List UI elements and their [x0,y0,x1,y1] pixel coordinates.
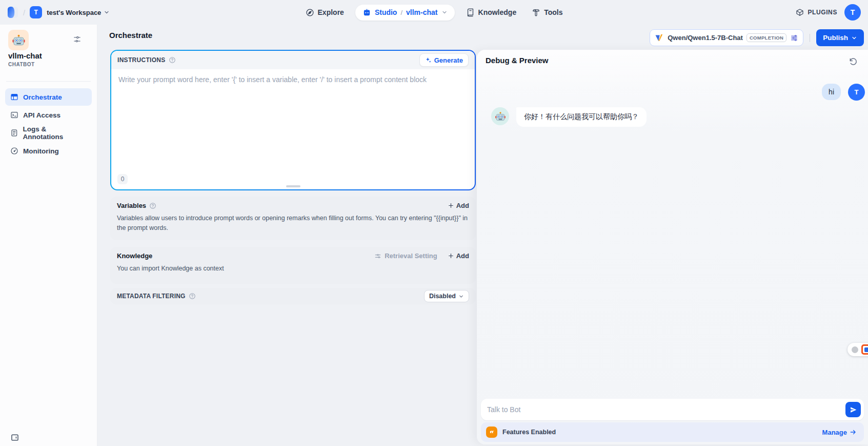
retrieval-setting-button[interactable]: Retrieval Setting [374,252,437,260]
restart-icon [849,57,858,66]
debug-preview-panel: Debug & Preview hi T [477,50,868,444]
instructions-title: INSTRUCTIONS [117,56,166,64]
send-icon [850,406,857,414]
app-root: / T test's Workspace Explore Studio / vl… [0,0,868,446]
chevron-down-icon [104,9,110,15]
chat-message-bot: 你好！有什么问题我可以帮助你吗？ [491,107,647,127]
header-divider [810,34,810,42]
workspace-switcher[interactable]: test's Workspace [47,9,110,16]
vllm-logo-icon [655,33,664,43]
sparkle-icon [425,57,432,64]
knowledge-description: You can import Knowledge as context [110,262,476,276]
collapse-sidebar-button[interactable] [10,433,19,442]
instructions-body: 0 [111,69,475,189]
nav-studio-app: vllm-chat [406,8,437,16]
top-bar: / T test's Workspace Explore Studio / vl… [0,0,868,25]
generate-button[interactable]: Generate [419,53,469,67]
widget-dot-icon [852,346,858,353]
studio-breadcrumb-separator: / [400,9,402,16]
add-knowledge-button[interactable]: Add [448,252,469,260]
app-settings-button[interactable] [73,35,82,44]
send-button[interactable] [845,402,861,417]
page-title: Orchestrate [109,31,152,40]
arrow-right-icon [850,429,857,436]
retrieval-sliders-icon [374,253,381,260]
header-actions: Qwen/Qwen1.5-7B-Chat COMPLETION Publish [650,29,864,46]
robot-emoji-icon [495,111,506,122]
restart-conversation-button[interactable] [849,57,858,66]
sidebar-item-label: Monitoring [23,147,59,155]
metadata-filtering-select[interactable]: Disabled [424,290,469,302]
sliders-icon [73,35,82,44]
nav-tools[interactable]: Tools [528,5,567,20]
sidebar-item-label: API Access [23,111,60,119]
sidebar-item-api-access[interactable]: API Access [5,106,92,124]
model-mode-badge: COMPLETION [746,33,786,42]
nav-explore[interactable]: Explore [301,5,348,20]
sidebar: vllm-chat CHATBOT Orchestrate API Access… [0,25,97,446]
user-message-bubble: hi [822,84,841,100]
robot-icon [362,8,371,17]
prompt-editor[interactable] [111,69,475,157]
app-name: vllm-chat [8,51,42,60]
help-icon [169,56,176,64]
sidebar-item-label: Logs & Annotations [23,125,87,141]
chat-input-container [481,399,864,420]
help-icon [189,293,196,300]
variables-header: Variables Add [110,197,476,211]
instructions-panel: INSTRUCTIONS Generate 0 [110,50,476,190]
sidebar-item-logs-annotations[interactable]: Logs & Annotations [5,124,92,142]
widget-logo-icon [861,344,868,355]
knowledge-panel: Knowledge Retrieval Setting Add You can … [110,247,476,284]
publish-button[interactable]: Publish [816,29,864,46]
plus-icon [448,202,454,209]
metadata-filtering-title: METADATA FILTERING [117,293,186,300]
model-tune-icon [790,34,798,42]
user-avatar[interactable]: T [844,4,861,21]
manage-features-link[interactable]: Manage [822,429,857,436]
features-icon [486,426,497,438]
instructions-header: INSTRUCTIONS Generate [111,51,475,69]
breadcrumb-separator: / [23,8,25,17]
collapse-sidebar-icon [10,433,19,442]
robot-emoji-icon [12,33,26,47]
book-icon [466,8,475,17]
debug-preview-title: Debug & Preview [486,56,549,65]
plus-icon [448,253,454,259]
sidebar-item-monitoring[interactable]: Monitoring [5,142,92,160]
bot-message-bubble: 你好！有什么问题我可以帮助你吗？ [516,107,647,127]
variables-panel: Variables Add Variables allow users to i… [110,197,476,240]
nav-knowledge[interactable]: Knowledge [462,5,521,20]
knowledge-header: Knowledge Retrieval Setting Add [110,247,476,262]
resize-handle[interactable] [286,185,300,187]
user-chat-avatar: T [848,84,865,101]
gauge-icon [10,147,18,155]
topbar-right: PLUGINS T [796,4,861,21]
chevron-down-icon [851,35,857,41]
char-count-badge: 0 [117,174,128,184]
topbar-nav: Explore Studio / vllm-chat Knowledge Too… [301,0,567,25]
package-icon [796,8,804,16]
chat-input[interactable] [487,405,845,414]
explore-compass-icon [306,8,314,17]
nav-studio[interactable]: Studio / vllm-chat [355,5,455,21]
floating-widget[interactable] [847,343,868,356]
workspace-avatar[interactable]: T [30,6,42,18]
dify-logo[interactable] [7,6,18,18]
chevron-down-icon [441,9,448,15]
sidebar-item-orchestrate[interactable]: Orchestrate [5,88,92,106]
add-variable-button[interactable]: Add [448,202,469,209]
help-icon [149,202,156,209]
features-bar: Features Enabled Manage [481,422,864,442]
sidebar-divider [6,81,91,82]
sidebar-item-label: Orchestrate [23,93,62,101]
knowledge-title: Knowledge [117,252,152,260]
app-icon[interactable] [8,30,29,50]
variables-description: Variables allow users to introduce promp… [110,211,476,236]
topbar-left: / T test's Workspace [7,6,110,18]
plugins-button[interactable]: PLUGINS [796,8,837,16]
workspace-name: test's Workspace [47,9,101,16]
variables-title: Variables [117,202,146,209]
model-selector[interactable]: Qwen/Qwen1.5-7B-Chat COMPLETION [650,29,803,46]
orchestrate-window-icon [10,93,18,101]
